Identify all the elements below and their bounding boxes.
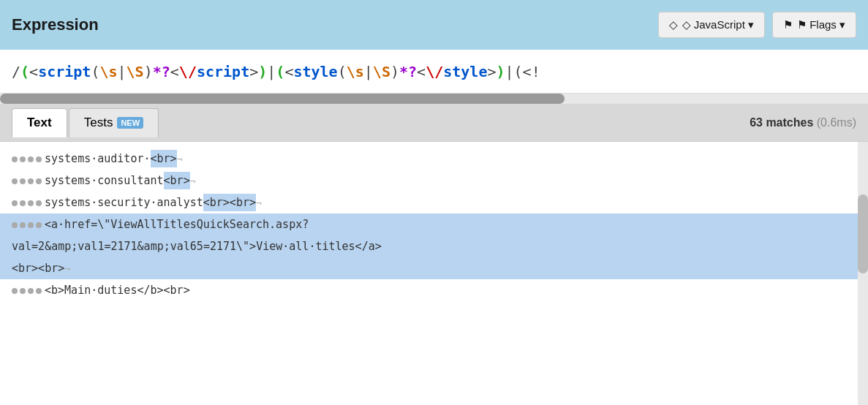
tab-text-label: Text: [27, 116, 52, 130]
tag-highlight: <br>: [164, 172, 190, 189]
tab-tests-label: Tests: [84, 116, 113, 130]
dot: [36, 288, 42, 294]
pilcrow: ¬: [256, 196, 262, 211]
dots: [12, 200, 42, 206]
table-row: systems·consultant<br>¬: [0, 170, 868, 192]
pilcrow: ¬: [64, 262, 70, 277]
matches-info: 63 matches (0.6ms): [750, 116, 856, 129]
expression-text: /(<script(\s|\S)*?<\/script>)|(<style(\s…: [12, 63, 540, 80]
table-row: <b>Main·duties</b><br>: [0, 279, 868, 301]
dots: [12, 178, 42, 184]
dots: [12, 222, 42, 228]
line-text: <a·href=\"ViewAllTitlesQuickSearch.aspx?: [45, 216, 309, 233]
table-row: <br><br>¬: [0, 257, 868, 279]
dot: [20, 178, 26, 184]
dots: [12, 288, 42, 294]
dot: [36, 178, 42, 184]
table-row: systems·auditor·<br>¬: [0, 148, 868, 170]
tab-tests[interactable]: Tests NEW: [69, 108, 159, 137]
line-text: <br><br>: [12, 260, 64, 277]
pilcrow: ¬: [190, 174, 196, 189]
flags-label: ⚑ Flags ▾: [797, 18, 845, 31]
line-text: systems·auditor·: [45, 150, 151, 167]
dots: [12, 156, 42, 162]
pilcrow: ¬: [177, 152, 183, 167]
dot: [28, 288, 34, 294]
header-buttons: ◇ ◇ JavaScript ▾ ⚑ ⚑ Flags ▾: [658, 12, 856, 38]
dot: [20, 288, 26, 294]
scrollbar-thumb[interactable]: [0, 94, 565, 104]
dot: [36, 156, 42, 162]
table-row: systems·security·analyst<br><br>¬: [0, 192, 868, 213]
dot: [12, 200, 18, 206]
line-text: val=2&amp;val1=2171&amp;val65=2171\">Vie…: [12, 238, 382, 255]
dot: [12, 222, 18, 228]
horizontal-scrollbar[interactable]: [0, 94, 868, 104]
line-text: systems·security·analyst: [45, 194, 203, 211]
dot: [28, 178, 34, 184]
table-row: <a·href=\"ViewAllTitlesQuickSearch.aspx?: [0, 213, 868, 235]
dot: [12, 178, 18, 184]
flag-icon: ⚑: [783, 18, 793, 31]
dot: [28, 200, 34, 206]
dot: [28, 222, 34, 228]
dot: [28, 156, 34, 162]
dot: [36, 222, 42, 228]
expression-area: /(<script(\s|\S)*?<\/script>)|(<style(\s…: [0, 50, 868, 94]
tag-highlight: <br>: [151, 150, 177, 167]
tab-text[interactable]: Text: [12, 108, 67, 137]
flags-button[interactable]: ⚑ ⚑ Flags ▾: [772, 12, 856, 38]
tabs-left: Text Tests NEW: [12, 104, 159, 141]
expression-title: Expression: [12, 15, 99, 34]
line-text: <b>Main·duties</b><br>: [45, 281, 190, 299]
dot: [20, 222, 26, 228]
dot: [20, 200, 26, 206]
line-text: systems·consultant: [45, 172, 164, 189]
matches-count: 63 matches: [750, 116, 813, 129]
header-bar: Expression ◇ ◇ JavaScript ▾ ⚑ ⚑ Flags ▾: [0, 0, 868, 50]
dot: [36, 200, 42, 206]
tag-highlight: <br><br>: [203, 194, 256, 211]
vertical-scrollbar-thumb[interactable]: [858, 194, 868, 273]
matches-time: (0.6ms): [817, 116, 856, 129]
tabs-bar: Text Tests NEW 63 matches (0.6ms): [0, 104, 868, 142]
vertical-scrollbar[interactable]: [858, 142, 868, 405]
new-badge: NEW: [117, 117, 143, 129]
javascript-label: ◇ JavaScript ▾: [682, 18, 754, 31]
content-area[interactable]: systems·auditor·<br>¬ systems·consultant…: [0, 142, 868, 405]
dot: [20, 156, 26, 162]
dot: [12, 156, 18, 162]
dot: [12, 288, 18, 294]
javascript-button[interactable]: ◇ ◇ JavaScript ▾: [658, 12, 765, 38]
code-icon: ◇: [669, 18, 678, 31]
table-row: val=2&amp;val1=2171&amp;val65=2171\">Vie…: [0, 235, 868, 257]
